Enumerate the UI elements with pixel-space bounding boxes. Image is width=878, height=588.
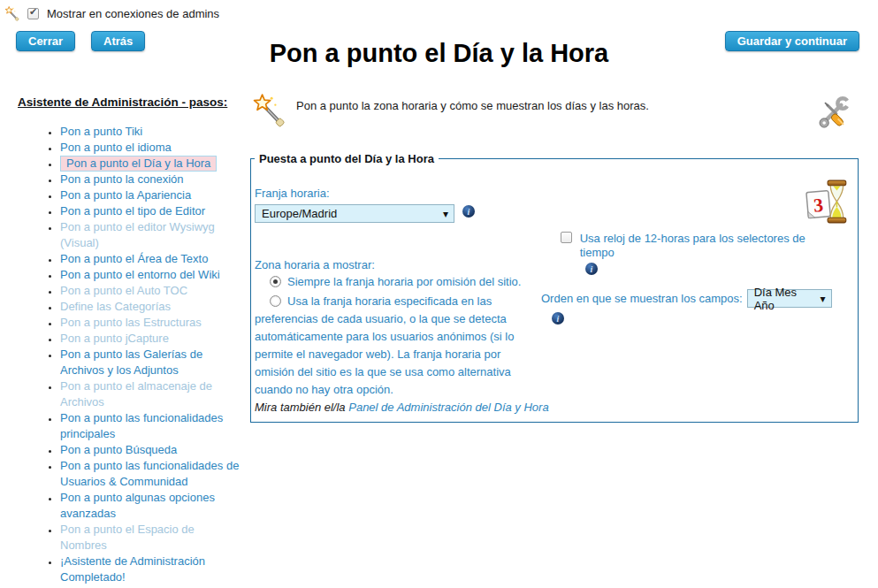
wizard-step-item: Pon a punto el Auto TOC — [60, 283, 244, 299]
wizard-step-item: Pon a punto las funcionalidades principa… — [60, 410, 244, 442]
sidebar-step-link: Pon a punto el Espacio de Nombres — [60, 523, 195, 552]
radio-button[interactable] — [270, 276, 281, 287]
wizard-step-item: Pon a punto la Apariencia — [60, 187, 244, 203]
calendar-hourglass-icon — [805, 178, 849, 225]
clock12-row: Usa reloj de 12-horas para los selectore… — [561, 232, 835, 260]
field-order-label: Orden en que se muestran los campos: — [541, 292, 743, 305]
sidebar-step-link: Pon a punto el Auto TOC — [60, 284, 187, 297]
sidebar-heading: Asistente de Administración - pasos: — [18, 95, 244, 109]
wizard-step-item: Pon a punto las Estructuras — [60, 315, 244, 331]
display-timezone-label: Zona horaria a mostrar: — [255, 258, 543, 271]
timezone-display-option[interactable]: Siempre la franja horaria por omisión de… — [255, 273, 543, 291]
sidebar-step-link[interactable]: Pon a punto el Área de Texto — [60, 252, 208, 265]
timezone-info-icon[interactable] — [462, 205, 475, 218]
sidebar-step-link: Pon a punto el almacenaje de Archivos — [60, 379, 212, 409]
wizard-step-item: Pon a punto el almacenaje de Archivos — [60, 378, 244, 410]
show-connections-label: Mostrar en conexiones de admins — [47, 7, 219, 20]
sidebar-step-link[interactable]: Pon a punto algunas opciones avanzadas — [60, 491, 215, 520]
sidebar-step-link[interactable]: Pon a punto la Apariencia — [60, 188, 191, 202]
wizard-step-item: Pon a punto el editor Wysiwyg (Visual) — [60, 219, 244, 251]
display-timezone-options: Siempre la franja horaria por omisión de… — [255, 273, 543, 399]
sidebar-step-link[interactable]: Pon a punto las funcionalidades principa… — [60, 411, 223, 440]
wizard-step-item: Pon a punto el tipo de Editor — [60, 203, 244, 219]
sidebar-step-link[interactable]: Pon a punto el Día y la Hora — [60, 156, 217, 172]
date-time-fieldset: Puesta a punto del Día y la Hora Franja … — [250, 152, 859, 423]
field-order-row: Orden en que se muestran los campos: Día… — [541, 289, 835, 308]
sidebar-step-link[interactable]: Pon a punto la conexión — [60, 172, 184, 186]
wizard-steps-sidebar: Asistente de Administración - pasos: Pon… — [18, 95, 244, 585]
admin-panel-link[interactable]: Panel de Administración del Día y Hora — [348, 401, 548, 414]
chevron-down-icon — [821, 292, 826, 305]
main-panel: Pon a punto la zona horaria y cómo se mu… — [250, 88, 859, 423]
sidebar-step-link: Pon a punto el editor Wysiwyg (Visual) — [60, 220, 215, 249]
wizard-step-item: Pon a punto el idioma — [60, 140, 244, 156]
sidebar-step-link[interactable]: Pon a punto las funcionalidades de Usuar… — [60, 459, 239, 488]
field-order-select[interactable]: Día Mes Año — [747, 289, 832, 308]
chevron-down-icon — [443, 207, 448, 220]
admin-toggle-bar: Mostrar en conexiones de admins — [4, 6, 219, 21]
sidebar-step-link[interactable]: Pon a punto el tipo de Editor — [60, 204, 205, 218]
clock12-info-icon[interactable] — [585, 263, 598, 275]
radio-label: Siempre la franja horaria por omisión de… — [287, 275, 521, 288]
wizard-step-item: Pon a punto el Espacio de Nombres — [60, 522, 244, 554]
see-also-note: Mira también el/la Panel de Administraci… — [255, 401, 549, 414]
radio-button[interactable] — [270, 295, 281, 307]
page-title: Pon a punto el Día y la Hora — [0, 39, 878, 68]
wizard-step-item: Pon a punto Búsqueda — [60, 442, 244, 458]
admin-tools-icon — [816, 94, 853, 133]
wizard-wand-icon-large — [252, 91, 286, 130]
sidebar-step-link[interactable]: Pon a punto el entorno del Wiki — [60, 268, 220, 281]
fieldset-legend: Puesta a punto del Día y la Hora — [255, 152, 439, 165]
wizard-step-item: Pon a punto la conexión — [60, 172, 244, 187]
radio-label: Usa la franja horaria especificada en la… — [255, 294, 514, 396]
wizard-step-item: Define las Categorías — [60, 299, 244, 315]
wizard-step-item: Pon a punto algunas opciones avanzadas — [60, 490, 244, 522]
wizard-step-item: Pon a punto el entorno del Wiki — [60, 267, 244, 283]
sidebar-step-link[interactable]: Pon a punto Búsqueda — [60, 443, 177, 456]
field-order-info-icon[interactable] — [552, 312, 564, 325]
wizard-step-item: Pon a punto Tiki — [60, 124, 244, 140]
clock12-label: Usa reloj de 12-horas para los selectore… — [580, 232, 835, 260]
timezone-label: Franja horaria: — [255, 187, 543, 200]
see-also-prefix: Mira también el/la — [255, 401, 346, 414]
wizard-step-item: ¡Asistente de Administración Completado! — [60, 554, 244, 585]
sidebar-step-link: Define las Categorías — [60, 300, 171, 313]
wizard-step-item: Pon a punto el Día y la Hora — [60, 156, 244, 172]
timezone-display-option[interactable]: Usa la franja horaria especificada en la… — [255, 293, 543, 399]
field-order-select-value: Día Mes Año — [754, 286, 815, 312]
sidebar-step-link[interactable]: Pon a punto Tiki — [60, 125, 142, 138]
sidebar-step-link[interactable]: ¡Asistente de Administración Completado! — [60, 554, 205, 584]
wizard-step-item: Pon a punto las funcionalidades de Usuar… — [60, 458, 244, 490]
clock12-checkbox[interactable] — [561, 232, 572, 243]
step-description: Pon a punto la zona horaria y cómo se mu… — [296, 99, 649, 112]
wizard-step-list: Pon a punto TikiPon a punto el idiomaPon… — [18, 124, 244, 585]
wizard-step-item: Pon a punto las Galerías de Archivos y l… — [60, 347, 244, 378]
sidebar-step-link[interactable]: Pon a punto las Galerías de Archivos y l… — [60, 347, 202, 377]
wizard-wand-icon — [4, 6, 19, 21]
timezone-select-value: Europe/Madrid — [262, 207, 337, 220]
wizard-step-item: Pon a punto el Área de Texto — [60, 251, 244, 267]
sidebar-step-link: Pon a punto las Estructuras — [60, 316, 202, 329]
sidebar-step-link: Pon a punto jCapture — [60, 332, 169, 345]
sidebar-step-link[interactable]: Pon a punto el idioma — [60, 141, 172, 154]
wizard-step-item: Pon a punto jCapture — [60, 331, 244, 347]
show-connections-checkbox[interactable] — [27, 8, 39, 19]
timezone-select[interactable]: Europe/Madrid — [255, 204, 454, 223]
